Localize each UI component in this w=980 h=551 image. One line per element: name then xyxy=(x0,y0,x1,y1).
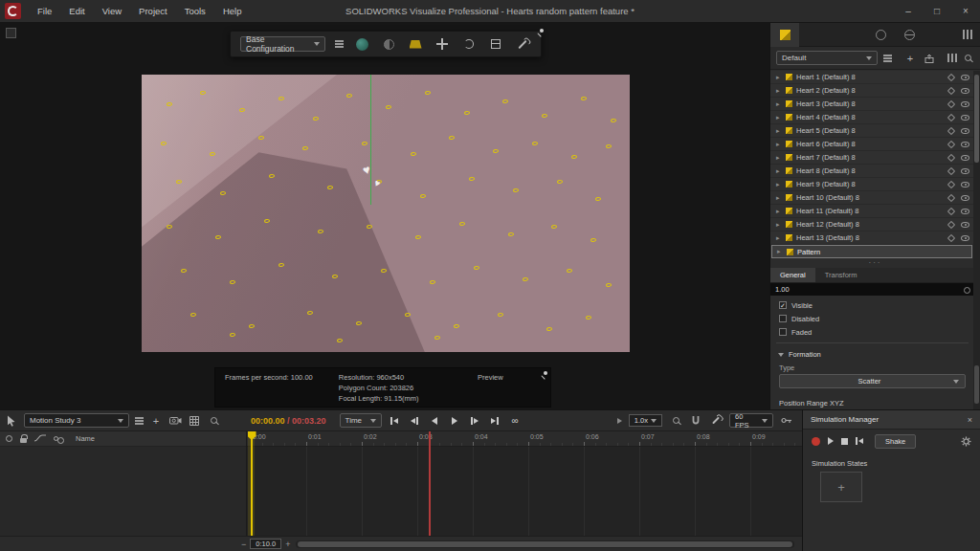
loop-button[interactable]: ∞ xyxy=(508,413,523,428)
tree-item-pattern[interactable]: ▸ Pattern xyxy=(771,245,972,258)
viewport-cube-icon[interactable] xyxy=(6,28,16,38)
panel-splitter[interactable]: ··· xyxy=(770,258,980,268)
tree-item-heart[interactable]: ▸Heart 6 (Default) 8 xyxy=(770,138,973,151)
menu-tools[interactable]: Tools xyxy=(176,0,214,23)
menu-help[interactable]: Help xyxy=(214,0,251,23)
eye-icon[interactable] xyxy=(961,115,969,121)
split-sphere-icon[interactable] xyxy=(380,35,397,53)
tree-item-heart[interactable]: ▸Heart 12 (Default) 8 xyxy=(770,218,973,231)
expand-arrow-icon[interactable]: ▸ xyxy=(776,114,782,121)
tree-item-heart[interactable]: ▸Heart 7 (Default) 8 xyxy=(770,151,973,165)
checkbox-row-disabled[interactable]: Disabled xyxy=(770,312,973,325)
expand-arrow-icon[interactable]: ▸ xyxy=(776,167,782,175)
expand-arrow-icon[interactable]: ▸ xyxy=(776,194,782,202)
zoom-in-button[interactable]: + xyxy=(285,540,290,549)
cursor-tool-icon[interactable] xyxy=(5,414,18,428)
camera-icon[interactable] xyxy=(168,414,182,428)
trim-icon[interactable] xyxy=(709,414,723,428)
expand-arrow-icon[interactable]: ▸ xyxy=(776,208,782,215)
frame-back-button[interactable] xyxy=(408,413,422,428)
tag-icon[interactable] xyxy=(947,220,955,228)
lock-icon[interactable] xyxy=(20,438,27,443)
expand-arrow-icon[interactable]: ▸ xyxy=(777,248,783,255)
eye-icon[interactable] xyxy=(961,195,969,201)
minimize-button[interactable]: – xyxy=(894,0,923,23)
checkbox-row-visible[interactable]: ✓Visible xyxy=(770,298,973,312)
close-button[interactable]: × xyxy=(951,0,980,23)
eye-icon[interactable] xyxy=(961,128,969,134)
menu-project[interactable]: Project xyxy=(130,0,176,23)
tab-appearances[interactable] xyxy=(866,23,895,47)
tree-item-heart[interactable]: ▸Heart 4 (Default) 8 xyxy=(770,111,973,124)
tab-models[interactable] xyxy=(770,23,799,47)
gear-icon[interactable] xyxy=(961,436,971,447)
skip-to-start-button[interactable] xyxy=(388,413,402,428)
tag-icon[interactable] xyxy=(947,207,955,214)
pin-icon[interactable] xyxy=(537,29,544,35)
checkbox-row-faded[interactable]: Faded xyxy=(770,325,973,339)
checkbox[interactable] xyxy=(779,328,787,336)
motion-study-dropdown[interactable]: Motion Study 3 xyxy=(24,413,129,428)
scene-tray-icon[interactable] xyxy=(407,35,424,53)
model-set-dropdown[interactable]: Default xyxy=(776,51,878,65)
render-tools-icon[interactable] xyxy=(514,35,531,53)
scrollbar-thumb[interactable] xyxy=(298,541,792,547)
scrollbar-thumb[interactable] xyxy=(974,75,979,163)
menu-file[interactable]: File xyxy=(29,0,60,23)
menu-icon[interactable] xyxy=(135,420,144,422)
tab-general[interactable]: General xyxy=(770,268,815,282)
render-scene[interactable]: ♥ ♥ xyxy=(142,75,630,352)
expand-arrow-icon[interactable]: ▸ xyxy=(776,74,782,81)
menu-edit[interactable]: Edit xyxy=(60,0,93,23)
expand-arrow-icon[interactable]: ▸ xyxy=(776,234,782,242)
eye-icon[interactable] xyxy=(961,142,969,147)
scrollbar-thumb[interactable] xyxy=(974,365,979,404)
tree-item-heart[interactable]: ▸Heart 3 (Default) 8 xyxy=(770,98,973,111)
tree-item-heart[interactable]: ▸Heart 11 (Default) 8 xyxy=(770,205,973,218)
tag-icon[interactable] xyxy=(947,86,955,94)
zoom-icon[interactable] xyxy=(669,414,682,428)
tab-transform[interactable]: Transform xyxy=(815,268,867,282)
play-button[interactable] xyxy=(448,413,462,428)
add-button[interactable]: + xyxy=(903,52,917,65)
link-icon[interactable] xyxy=(54,436,58,441)
play-reverse-button[interactable] xyxy=(428,413,442,428)
expand-arrow-icon[interactable]: ▸ xyxy=(776,100,782,108)
export-icon[interactable] xyxy=(923,52,936,65)
3d-viewport[interactable]: ♥ ♥ Base Configuration Frames per second… xyxy=(0,23,769,409)
record-icon[interactable] xyxy=(6,435,12,442)
time-unit-dropdown[interactable]: Time xyxy=(340,413,382,428)
search-icon[interactable] xyxy=(207,414,220,428)
checkbox[interactable]: ✓ xyxy=(779,301,787,309)
expand-arrow-icon[interactable]: ▸ xyxy=(776,221,782,229)
pin-icon[interactable] xyxy=(541,371,547,378)
rewind-simulation-button[interactable] xyxy=(856,434,863,449)
end-time-marker[interactable] xyxy=(429,431,431,536)
tag-icon[interactable] xyxy=(947,126,955,134)
panel-scrollbar[interactable] xyxy=(973,71,980,409)
eye-icon[interactable] xyxy=(961,155,969,161)
value-field[interactable]: 1.00 xyxy=(770,283,973,296)
record-simulation-button[interactable] xyxy=(812,437,820,446)
fps-dropdown[interactable]: 60 FPS xyxy=(729,413,773,428)
menu-view[interactable]: View xyxy=(94,0,130,23)
configuration-dropdown[interactable]: Base Configuration xyxy=(240,36,325,52)
expand-arrow-icon[interactable]: ▸ xyxy=(776,127,782,135)
timeline-scrollbar[interactable] xyxy=(296,540,794,548)
expand-arrow-icon[interactable]: ▸ xyxy=(776,154,782,162)
eye-icon[interactable] xyxy=(961,101,969,107)
tag-icon[interactable] xyxy=(947,153,955,161)
rotate-icon[interactable] xyxy=(460,35,478,53)
formation-header[interactable]: Formation xyxy=(778,348,969,361)
eye-icon[interactable] xyxy=(961,235,969,241)
tag-icon[interactable] xyxy=(947,180,955,187)
timeline-ruler[interactable]: 0:000:010:020:030:040:050:060:070:080:09 xyxy=(247,431,802,447)
checkbox[interactable] xyxy=(779,315,787,322)
tag-icon[interactable] xyxy=(947,233,955,241)
zoom-out-button[interactable]: − xyxy=(241,540,246,549)
expand-arrow-icon[interactable]: ▸ xyxy=(776,87,782,95)
render-sphere-icon[interactable] xyxy=(353,35,370,53)
eye-icon[interactable] xyxy=(961,182,969,187)
eye-icon[interactable] xyxy=(961,168,969,174)
play-simulation-button[interactable] xyxy=(828,437,834,445)
